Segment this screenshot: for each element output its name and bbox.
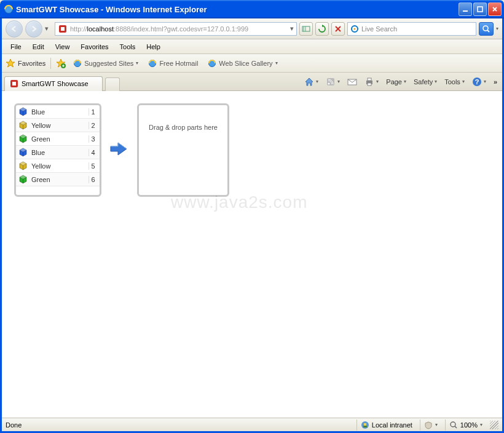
help-button[interactable]: ? ▾: [470, 76, 489, 88]
nav-history-dropdown[interactable]: ▾: [45, 25, 52, 33]
navigation-toolbar: ▾ http://localhost:8888/index.html?gwt.c…: [2, 18, 502, 39]
svg-rect-14: [12, 82, 16, 85]
svg-rect-24: [364, 423, 366, 426]
intranet-icon: [361, 421, 369, 429]
svg-text:?: ?: [475, 78, 479, 85]
feeds-button[interactable]: ▾: [323, 76, 342, 88]
print-button[interactable]: ▾: [362, 76, 381, 88]
browser-tab[interactable]: SmartGWT Showcase: [4, 76, 103, 91]
search-dropdown[interactable]: ▾: [496, 26, 498, 31]
forward-button[interactable]: [25, 20, 42, 38]
ie-small-icon: [73, 59, 82, 68]
ie-small-icon: [208, 59, 216, 68]
maximize-button[interactable]: [473, 2, 487, 16]
list-item[interactable]: Yellow2: [16, 119, 100, 132]
safety-menu[interactable]: Safety▾: [411, 77, 439, 87]
new-tab-button[interactable]: [105, 77, 120, 91]
list-item[interactable]: Blue1: [16, 105, 100, 119]
favorites-button[interactable]: Favorites: [6, 58, 45, 68]
svg-rect-4: [61, 27, 65, 31]
svg-point-7: [354, 28, 356, 30]
favorites-bar: Favorites Suggested Sites ▾ Free Hotmail…: [2, 54, 502, 73]
read-mail-button[interactable]: [345, 76, 360, 87]
protected-mode[interactable]: ▾: [420, 419, 441, 431]
cube-icon: [18, 121, 28, 130]
page-content: Blue1Yellow2Green3Blue4Yellow5Green6 Dra…: [2, 91, 502, 418]
row-label: Blue: [31, 149, 89, 156]
svg-point-16: [328, 82, 330, 84]
tools-menu[interactable]: Tools▾: [442, 77, 467, 87]
security-zone[interactable]: Local intranet: [356, 419, 416, 431]
free-hotmail-link[interactable]: Free Hotmail: [146, 58, 200, 69]
dropdown-icon: ▾: [136, 60, 138, 66]
cube-icon: [18, 134, 28, 143]
address-dropdown-icon[interactable]: ▾: [290, 25, 294, 33]
drop-zone[interactable]: Drag & drop parts here: [137, 103, 229, 197]
zoom-icon: [449, 421, 458, 429]
row-number: 2: [89, 122, 97, 129]
svg-rect-25: [363, 426, 367, 427]
suggested-sites-link[interactable]: Suggested Sites ▾: [71, 58, 141, 69]
page-menu[interactable]: Page▾: [384, 77, 409, 87]
ie-icon: [4, 4, 14, 14]
window-titlebar: SmartGWT Showcase - Windows Internet Exp…: [0, 0, 504, 18]
row-label: Blue: [31, 108, 89, 116]
resize-grip[interactable]: [490, 421, 498, 429]
tab-icon: [10, 79, 18, 88]
menu-view[interactable]: View: [50, 41, 75, 52]
row-number: 6: [89, 176, 97, 183]
svg-rect-20: [368, 83, 371, 85]
divider: [50, 58, 51, 69]
window-title: SmartGWT Showcase - Windows Internet Exp…: [16, 5, 459, 14]
parts-list[interactable]: Blue1Yellow2Green3Blue4Yellow5Green6: [14, 103, 101, 197]
status-text: Done: [6, 421, 22, 429]
page-icon: [58, 24, 68, 34]
search-box[interactable]: Live Search: [347, 22, 476, 36]
svg-point-26: [451, 422, 455, 427]
menu-tools[interactable]: Tools: [115, 41, 141, 52]
favorites-label: Favorites: [18, 60, 45, 67]
safety-label: Safety: [414, 78, 433, 85]
row-number: 5: [89, 162, 97, 170]
dropdown-icon: ▾: [275, 60, 278, 66]
row-label: Green: [31, 176, 89, 183]
address-text[interactable]: http://localhost:8888/index.html?gwt.cod…: [70, 25, 288, 33]
refresh-button[interactable]: [315, 22, 329, 36]
menu-bar: File Edit View Favorites Tools Help: [2, 39, 502, 54]
zoom-control[interactable]: 100% ▾: [445, 419, 486, 431]
close-button[interactable]: [488, 2, 502, 16]
back-button[interactable]: [6, 20, 23, 38]
cube-icon: [18, 107, 28, 116]
list-item[interactable]: Blue4: [16, 146, 100, 159]
add-favorite-icon[interactable]: [56, 58, 66, 68]
suggested-sites-label: Suggested Sites: [84, 60, 133, 67]
svg-rect-1: [463, 10, 468, 12]
cube-icon: [18, 175, 28, 184]
list-item[interactable]: Green6: [16, 173, 100, 186]
watermark: www.java2s.com: [171, 193, 308, 212]
stop-button[interactable]: [331, 22, 345, 36]
tab-title: SmartGWT Showcase: [22, 80, 89, 87]
zone-label: Local intranet: [372, 421, 412, 429]
row-label: Green: [31, 135, 89, 143]
list-item[interactable]: Yellow5: [16, 159, 100, 173]
ie-small-icon: [148, 59, 157, 68]
compat-view-button[interactable]: [299, 22, 313, 36]
row-number: 3: [89, 135, 97, 143]
address-bar[interactable]: http://localhost:8888/index.html?gwt.cod…: [55, 22, 297, 36]
page-label: Page: [386, 78, 402, 85]
menu-file[interactable]: File: [6, 41, 26, 52]
home-button[interactable]: ▾: [302, 76, 321, 88]
row-label: Yellow: [31, 162, 89, 170]
zoom-value: 100%: [460, 421, 478, 429]
tab-command-bar: SmartGWT Showcase ▾ ▾ ▾ Page▾ Safety▾ To…: [2, 73, 502, 91]
minimize-button[interactable]: [459, 2, 472, 16]
row-number: 4: [89, 149, 97, 156]
menu-favorites[interactable]: Favorites: [76, 41, 113, 52]
list-item[interactable]: Green3: [16, 132, 100, 146]
web-slice-link[interactable]: Web Slice Gallery ▾: [205, 58, 280, 69]
menu-help[interactable]: Help: [141, 41, 165, 52]
menu-edit[interactable]: Edit: [28, 41, 49, 52]
search-button[interactable]: [479, 22, 494, 36]
overflow-chevron[interactable]: »: [491, 78, 500, 85]
